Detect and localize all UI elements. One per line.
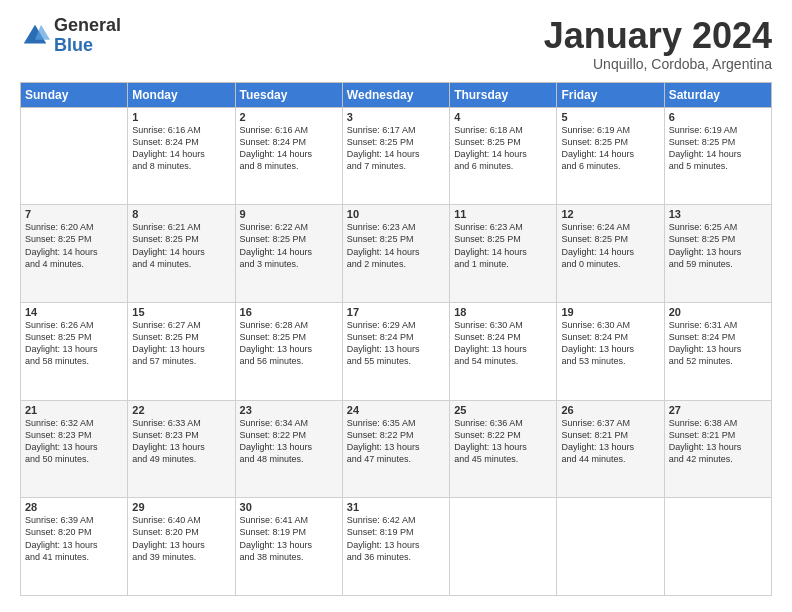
table-row: 30Sunrise: 6:41 AMSunset: 8:19 PMDayligh… (235, 498, 342, 596)
table-row: 9Sunrise: 6:22 AMSunset: 8:25 PMDaylight… (235, 205, 342, 303)
day-number: 13 (669, 208, 767, 220)
cell-info: Sunrise: 6:26 AMSunset: 8:25 PMDaylight:… (25, 319, 123, 368)
table-row: 2Sunrise: 6:16 AMSunset: 8:24 PMDaylight… (235, 107, 342, 205)
cell-info: Sunrise: 6:28 AMSunset: 8:25 PMDaylight:… (240, 319, 338, 368)
table-row: 23Sunrise: 6:34 AMSunset: 8:22 PMDayligh… (235, 400, 342, 498)
table-row: 12Sunrise: 6:24 AMSunset: 8:25 PMDayligh… (557, 205, 664, 303)
day-number: 1 (132, 111, 230, 123)
day-number: 20 (669, 306, 767, 318)
table-row: 7Sunrise: 6:20 AMSunset: 8:25 PMDaylight… (21, 205, 128, 303)
table-row: 19Sunrise: 6:30 AMSunset: 8:24 PMDayligh… (557, 302, 664, 400)
cell-info: Sunrise: 6:30 AMSunset: 8:24 PMDaylight:… (561, 319, 659, 368)
title-block: January 2024 Unquillo, Cordoba, Argentin… (544, 16, 772, 72)
logo: General Blue (20, 16, 121, 56)
col-thursday: Thursday (450, 82, 557, 107)
cell-info: Sunrise: 6:20 AMSunset: 8:25 PMDaylight:… (25, 221, 123, 270)
day-number: 30 (240, 501, 338, 513)
day-number: 27 (669, 404, 767, 416)
table-row: 5Sunrise: 6:19 AMSunset: 8:25 PMDaylight… (557, 107, 664, 205)
table-row: 11Sunrise: 6:23 AMSunset: 8:25 PMDayligh… (450, 205, 557, 303)
table-row: 4Sunrise: 6:18 AMSunset: 8:25 PMDaylight… (450, 107, 557, 205)
cell-info: Sunrise: 6:39 AMSunset: 8:20 PMDaylight:… (25, 514, 123, 563)
cell-info: Sunrise: 6:17 AMSunset: 8:25 PMDaylight:… (347, 124, 445, 173)
table-row (450, 498, 557, 596)
logo-general: General (54, 16, 121, 36)
day-number: 11 (454, 208, 552, 220)
col-sunday: Sunday (21, 82, 128, 107)
day-number: 5 (561, 111, 659, 123)
day-number: 24 (347, 404, 445, 416)
cell-info: Sunrise: 6:24 AMSunset: 8:25 PMDaylight:… (561, 221, 659, 270)
month-title: January 2024 (544, 16, 772, 56)
cell-info: Sunrise: 6:38 AMSunset: 8:21 PMDaylight:… (669, 417, 767, 466)
table-row: 1Sunrise: 6:16 AMSunset: 8:24 PMDaylight… (128, 107, 235, 205)
day-number: 12 (561, 208, 659, 220)
day-number: 28 (25, 501, 123, 513)
table-row: 15Sunrise: 6:27 AMSunset: 8:25 PMDayligh… (128, 302, 235, 400)
table-row: 13Sunrise: 6:25 AMSunset: 8:25 PMDayligh… (664, 205, 771, 303)
day-number: 22 (132, 404, 230, 416)
calendar-header-row: Sunday Monday Tuesday Wednesday Thursday… (21, 82, 772, 107)
logo-blue: Blue (54, 36, 121, 56)
day-number: 18 (454, 306, 552, 318)
cell-info: Sunrise: 6:40 AMSunset: 8:20 PMDaylight:… (132, 514, 230, 563)
table-row: 18Sunrise: 6:30 AMSunset: 8:24 PMDayligh… (450, 302, 557, 400)
cell-info: Sunrise: 6:19 AMSunset: 8:25 PMDaylight:… (561, 124, 659, 173)
week-row-2: 7Sunrise: 6:20 AMSunset: 8:25 PMDaylight… (21, 205, 772, 303)
day-number: 4 (454, 111, 552, 123)
col-wednesday: Wednesday (342, 82, 449, 107)
day-number: 21 (25, 404, 123, 416)
day-number: 9 (240, 208, 338, 220)
cell-info: Sunrise: 6:37 AMSunset: 8:21 PMDaylight:… (561, 417, 659, 466)
table-row: 28Sunrise: 6:39 AMSunset: 8:20 PMDayligh… (21, 498, 128, 596)
cell-info: Sunrise: 6:34 AMSunset: 8:22 PMDaylight:… (240, 417, 338, 466)
cell-info: Sunrise: 6:22 AMSunset: 8:25 PMDaylight:… (240, 221, 338, 270)
cell-info: Sunrise: 6:21 AMSunset: 8:25 PMDaylight:… (132, 221, 230, 270)
table-row: 17Sunrise: 6:29 AMSunset: 8:24 PMDayligh… (342, 302, 449, 400)
day-number: 25 (454, 404, 552, 416)
day-number: 29 (132, 501, 230, 513)
day-number: 3 (347, 111, 445, 123)
day-number: 19 (561, 306, 659, 318)
table-row: 14Sunrise: 6:26 AMSunset: 8:25 PMDayligh… (21, 302, 128, 400)
table-row: 29Sunrise: 6:40 AMSunset: 8:20 PMDayligh… (128, 498, 235, 596)
cell-info: Sunrise: 6:33 AMSunset: 8:23 PMDaylight:… (132, 417, 230, 466)
day-number: 8 (132, 208, 230, 220)
week-row-1: 1Sunrise: 6:16 AMSunset: 8:24 PMDaylight… (21, 107, 772, 205)
table-row: 20Sunrise: 6:31 AMSunset: 8:24 PMDayligh… (664, 302, 771, 400)
day-number: 10 (347, 208, 445, 220)
week-row-4: 21Sunrise: 6:32 AMSunset: 8:23 PMDayligh… (21, 400, 772, 498)
table-row: 6Sunrise: 6:19 AMSunset: 8:25 PMDaylight… (664, 107, 771, 205)
cell-info: Sunrise: 6:32 AMSunset: 8:23 PMDaylight:… (25, 417, 123, 466)
table-row: 21Sunrise: 6:32 AMSunset: 8:23 PMDayligh… (21, 400, 128, 498)
cell-info: Sunrise: 6:41 AMSunset: 8:19 PMDaylight:… (240, 514, 338, 563)
day-number: 6 (669, 111, 767, 123)
cell-info: Sunrise: 6:16 AMSunset: 8:24 PMDaylight:… (132, 124, 230, 173)
cell-info: Sunrise: 6:18 AMSunset: 8:25 PMDaylight:… (454, 124, 552, 173)
cell-info: Sunrise: 6:29 AMSunset: 8:24 PMDaylight:… (347, 319, 445, 368)
col-friday: Friday (557, 82, 664, 107)
day-number: 14 (25, 306, 123, 318)
table-row: 8Sunrise: 6:21 AMSunset: 8:25 PMDaylight… (128, 205, 235, 303)
table-row (21, 107, 128, 205)
logo-icon (20, 21, 50, 51)
table-row: 22Sunrise: 6:33 AMSunset: 8:23 PMDayligh… (128, 400, 235, 498)
calendar-table: Sunday Monday Tuesday Wednesday Thursday… (20, 82, 772, 596)
table-row (557, 498, 664, 596)
day-number: 16 (240, 306, 338, 318)
week-row-5: 28Sunrise: 6:39 AMSunset: 8:20 PMDayligh… (21, 498, 772, 596)
table-row: 24Sunrise: 6:35 AMSunset: 8:22 PMDayligh… (342, 400, 449, 498)
day-number: 26 (561, 404, 659, 416)
day-number: 17 (347, 306, 445, 318)
day-number: 23 (240, 404, 338, 416)
day-number: 7 (25, 208, 123, 220)
table-row (664, 498, 771, 596)
day-number: 2 (240, 111, 338, 123)
table-row: 26Sunrise: 6:37 AMSunset: 8:21 PMDayligh… (557, 400, 664, 498)
logo-text: General Blue (54, 16, 121, 56)
cell-info: Sunrise: 6:35 AMSunset: 8:22 PMDaylight:… (347, 417, 445, 466)
cell-info: Sunrise: 6:36 AMSunset: 8:22 PMDaylight:… (454, 417, 552, 466)
cell-info: Sunrise: 6:25 AMSunset: 8:25 PMDaylight:… (669, 221, 767, 270)
col-saturday: Saturday (664, 82, 771, 107)
cell-info: Sunrise: 6:23 AMSunset: 8:25 PMDaylight:… (454, 221, 552, 270)
